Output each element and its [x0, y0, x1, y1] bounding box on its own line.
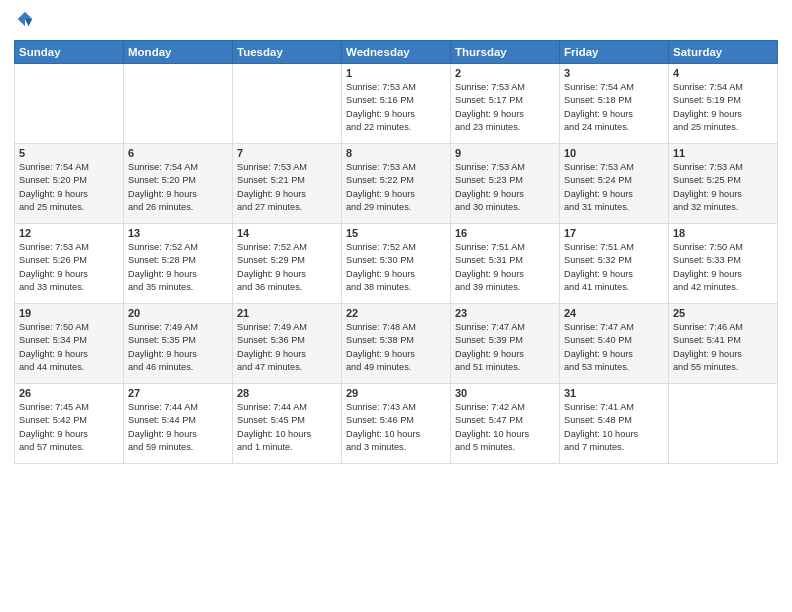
- day-info: Sunrise: 7:41 AM Sunset: 5:48 PM Dayligh…: [564, 401, 664, 454]
- calendar-cell: 22Sunrise: 7:48 AM Sunset: 5:38 PM Dayli…: [342, 304, 451, 384]
- calendar-cell: 12Sunrise: 7:53 AM Sunset: 5:26 PM Dayli…: [15, 224, 124, 304]
- calendar-cell: 19Sunrise: 7:50 AM Sunset: 5:34 PM Dayli…: [15, 304, 124, 384]
- day-info: Sunrise: 7:52 AM Sunset: 5:29 PM Dayligh…: [237, 241, 337, 294]
- calendar-table: SundayMondayTuesdayWednesdayThursdayFrid…: [14, 40, 778, 464]
- calendar-cell: 5Sunrise: 7:54 AM Sunset: 5:20 PM Daylig…: [15, 144, 124, 224]
- day-info: Sunrise: 7:52 AM Sunset: 5:30 PM Dayligh…: [346, 241, 446, 294]
- day-info: Sunrise: 7:54 AM Sunset: 5:20 PM Dayligh…: [128, 161, 228, 214]
- day-number: 5: [19, 147, 119, 159]
- calendar-cell: 6Sunrise: 7:54 AM Sunset: 5:20 PM Daylig…: [124, 144, 233, 224]
- weekday-header-sunday: Sunday: [15, 41, 124, 64]
- calendar-cell: 24Sunrise: 7:47 AM Sunset: 5:40 PM Dayli…: [560, 304, 669, 384]
- day-number: 28: [237, 387, 337, 399]
- day-number: 17: [564, 227, 664, 239]
- calendar-cell: 3Sunrise: 7:54 AM Sunset: 5:18 PM Daylig…: [560, 64, 669, 144]
- day-info: Sunrise: 7:44 AM Sunset: 5:45 PM Dayligh…: [237, 401, 337, 454]
- day-number: 7: [237, 147, 337, 159]
- day-info: Sunrise: 7:53 AM Sunset: 5:23 PM Dayligh…: [455, 161, 555, 214]
- day-number: 26: [19, 387, 119, 399]
- day-number: 1: [346, 67, 446, 79]
- day-info: Sunrise: 7:53 AM Sunset: 5:17 PM Dayligh…: [455, 81, 555, 134]
- weekday-header-thursday: Thursday: [451, 41, 560, 64]
- calendar-cell: 15Sunrise: 7:52 AM Sunset: 5:30 PM Dayli…: [342, 224, 451, 304]
- calendar-cell: 28Sunrise: 7:44 AM Sunset: 5:45 PM Dayli…: [233, 384, 342, 464]
- weekday-header-monday: Monday: [124, 41, 233, 64]
- day-number: 21: [237, 307, 337, 319]
- day-number: 19: [19, 307, 119, 319]
- day-number: 13: [128, 227, 228, 239]
- day-number: 27: [128, 387, 228, 399]
- day-info: Sunrise: 7:42 AM Sunset: 5:47 PM Dayligh…: [455, 401, 555, 454]
- day-number: 23: [455, 307, 555, 319]
- calendar-cell: 21Sunrise: 7:49 AM Sunset: 5:36 PM Dayli…: [233, 304, 342, 384]
- day-info: Sunrise: 7:54 AM Sunset: 5:20 PM Dayligh…: [19, 161, 119, 214]
- calendar-cell: [233, 64, 342, 144]
- svg-marker-1: [25, 19, 32, 26]
- calendar-cell: [669, 384, 778, 464]
- day-info: Sunrise: 7:53 AM Sunset: 5:26 PM Dayligh…: [19, 241, 119, 294]
- day-info: Sunrise: 7:53 AM Sunset: 5:21 PM Dayligh…: [237, 161, 337, 214]
- weekday-header-wednesday: Wednesday: [342, 41, 451, 64]
- calendar-cell: 29Sunrise: 7:43 AM Sunset: 5:46 PM Dayli…: [342, 384, 451, 464]
- day-number: 2: [455, 67, 555, 79]
- calendar-cell: 1Sunrise: 7:53 AM Sunset: 5:16 PM Daylig…: [342, 64, 451, 144]
- calendar-cell: 10Sunrise: 7:53 AM Sunset: 5:24 PM Dayli…: [560, 144, 669, 224]
- page-container: SundayMondayTuesdayWednesdayThursdayFrid…: [0, 0, 792, 612]
- day-number: 22: [346, 307, 446, 319]
- day-info: Sunrise: 7:53 AM Sunset: 5:25 PM Dayligh…: [673, 161, 773, 214]
- header: [14, 10, 778, 32]
- calendar-cell: 8Sunrise: 7:53 AM Sunset: 5:22 PM Daylig…: [342, 144, 451, 224]
- day-number: 6: [128, 147, 228, 159]
- day-number: 8: [346, 147, 446, 159]
- day-number: 3: [564, 67, 664, 79]
- weekday-header-row: SundayMondayTuesdayWednesdayThursdayFrid…: [15, 41, 778, 64]
- day-info: Sunrise: 7:50 AM Sunset: 5:33 PM Dayligh…: [673, 241, 773, 294]
- calendar-cell: 2Sunrise: 7:53 AM Sunset: 5:17 PM Daylig…: [451, 64, 560, 144]
- calendar-cell: 9Sunrise: 7:53 AM Sunset: 5:23 PM Daylig…: [451, 144, 560, 224]
- day-info: Sunrise: 7:47 AM Sunset: 5:39 PM Dayligh…: [455, 321, 555, 374]
- day-number: 24: [564, 307, 664, 319]
- calendar-cell: 7Sunrise: 7:53 AM Sunset: 5:21 PM Daylig…: [233, 144, 342, 224]
- day-info: Sunrise: 7:53 AM Sunset: 5:24 PM Dayligh…: [564, 161, 664, 214]
- day-number: 18: [673, 227, 773, 239]
- calendar-cell: 23Sunrise: 7:47 AM Sunset: 5:39 PM Dayli…: [451, 304, 560, 384]
- calendar-cell: 20Sunrise: 7:49 AM Sunset: 5:35 PM Dayli…: [124, 304, 233, 384]
- calendar-cell: 11Sunrise: 7:53 AM Sunset: 5:25 PM Dayli…: [669, 144, 778, 224]
- day-number: 20: [128, 307, 228, 319]
- calendar-week-0: 1Sunrise: 7:53 AM Sunset: 5:16 PM Daylig…: [15, 64, 778, 144]
- day-info: Sunrise: 7:48 AM Sunset: 5:38 PM Dayligh…: [346, 321, 446, 374]
- day-number: 29: [346, 387, 446, 399]
- weekday-header-tuesday: Tuesday: [233, 41, 342, 64]
- day-info: Sunrise: 7:53 AM Sunset: 5:16 PM Dayligh…: [346, 81, 446, 134]
- day-number: 11: [673, 147, 773, 159]
- calendar-cell: 31Sunrise: 7:41 AM Sunset: 5:48 PM Dayli…: [560, 384, 669, 464]
- weekday-header-friday: Friday: [560, 41, 669, 64]
- calendar-week-2: 12Sunrise: 7:53 AM Sunset: 5:26 PM Dayli…: [15, 224, 778, 304]
- calendar-cell: 4Sunrise: 7:54 AM Sunset: 5:19 PM Daylig…: [669, 64, 778, 144]
- calendar-cell: 27Sunrise: 7:44 AM Sunset: 5:44 PM Dayli…: [124, 384, 233, 464]
- day-info: Sunrise: 7:50 AM Sunset: 5:34 PM Dayligh…: [19, 321, 119, 374]
- calendar-cell: [15, 64, 124, 144]
- calendar-week-4: 26Sunrise: 7:45 AM Sunset: 5:42 PM Dayli…: [15, 384, 778, 464]
- calendar-cell: 14Sunrise: 7:52 AM Sunset: 5:29 PM Dayli…: [233, 224, 342, 304]
- day-info: Sunrise: 7:54 AM Sunset: 5:18 PM Dayligh…: [564, 81, 664, 134]
- calendar-cell: [124, 64, 233, 144]
- day-info: Sunrise: 7:44 AM Sunset: 5:44 PM Dayligh…: [128, 401, 228, 454]
- logo: [14, 10, 34, 32]
- day-info: Sunrise: 7:51 AM Sunset: 5:31 PM Dayligh…: [455, 241, 555, 294]
- weekday-header-saturday: Saturday: [669, 41, 778, 64]
- calendar-cell: 18Sunrise: 7:50 AM Sunset: 5:33 PM Dayli…: [669, 224, 778, 304]
- calendar-week-3: 19Sunrise: 7:50 AM Sunset: 5:34 PM Dayli…: [15, 304, 778, 384]
- day-number: 10: [564, 147, 664, 159]
- day-info: Sunrise: 7:49 AM Sunset: 5:36 PM Dayligh…: [237, 321, 337, 374]
- day-number: 31: [564, 387, 664, 399]
- day-info: Sunrise: 7:51 AM Sunset: 5:32 PM Dayligh…: [564, 241, 664, 294]
- day-number: 15: [346, 227, 446, 239]
- calendar-week-1: 5Sunrise: 7:54 AM Sunset: 5:20 PM Daylig…: [15, 144, 778, 224]
- day-info: Sunrise: 7:43 AM Sunset: 5:46 PM Dayligh…: [346, 401, 446, 454]
- day-info: Sunrise: 7:52 AM Sunset: 5:28 PM Dayligh…: [128, 241, 228, 294]
- day-number: 4: [673, 67, 773, 79]
- day-info: Sunrise: 7:53 AM Sunset: 5:22 PM Dayligh…: [346, 161, 446, 214]
- day-info: Sunrise: 7:45 AM Sunset: 5:42 PM Dayligh…: [19, 401, 119, 454]
- calendar-cell: 26Sunrise: 7:45 AM Sunset: 5:42 PM Dayli…: [15, 384, 124, 464]
